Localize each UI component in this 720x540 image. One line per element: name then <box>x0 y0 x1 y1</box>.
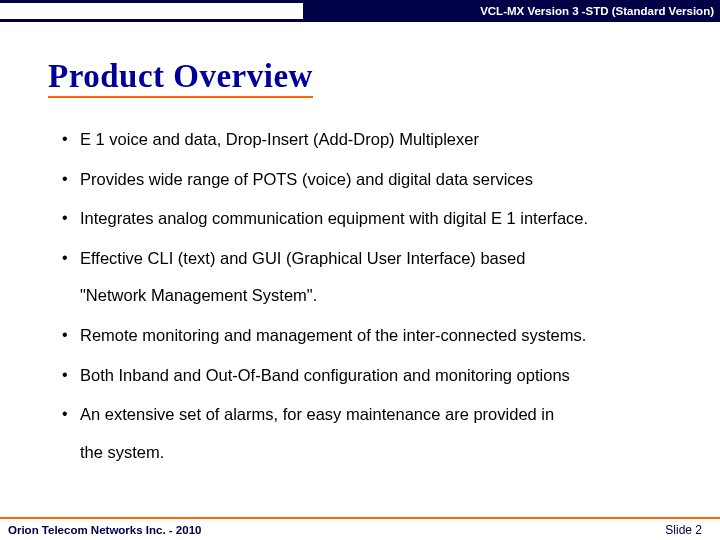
list-item: Both Inband and Out-Of-Band configuratio… <box>60 356 675 396</box>
bullet-text: Integrates analog communication equipmen… <box>80 209 588 227</box>
bullet-text: An extensive set of alarms, for easy mai… <box>80 405 554 423</box>
list-item: Provides wide range of POTS (voice) and … <box>60 160 675 200</box>
list-item: E 1 voice and data, Drop-Insert (Add-Dro… <box>60 120 675 160</box>
bullet-text: Remote monitoring and management of the … <box>80 326 586 344</box>
bullet-cont: "Network Management System". <box>80 276 675 316</box>
list-item: Effective CLI (text) and GUI (Graphical … <box>60 239 675 316</box>
slide-header: VCL-MX Version 3 -STD (Standard Version) <box>0 0 720 22</box>
footer-slide-number: Slide 2 <box>665 523 702 537</box>
header-version-bar: VCL-MX Version 3 -STD (Standard Version) <box>303 0 720 22</box>
bullet-text: Both Inband and Out-Of-Band configuratio… <box>80 366 570 384</box>
slide-footer: Orion Telecom Networks Inc. - 2010 Slide… <box>0 517 720 540</box>
bullet-cont: the system. <box>80 433 675 473</box>
list-item: Integrates analog communication equipmen… <box>60 199 675 239</box>
bullet-text: E 1 voice and data, Drop-Insert (Add-Dro… <box>80 130 479 148</box>
bullet-text: Provides wide range of POTS (voice) and … <box>80 170 533 188</box>
bullet-text: Effective CLI (text) and GUI (Graphical … <box>80 249 525 267</box>
bullet-list: E 1 voice and data, Drop-Insert (Add-Dro… <box>60 120 675 472</box>
slide-title: Product Overview <box>48 58 313 98</box>
list-item: An extensive set of alarms, for easy mai… <box>60 395 675 472</box>
header-rule-left <box>0 0 303 22</box>
version-text: VCL-MX Version 3 -STD (Standard Version) <box>480 5 714 17</box>
list-item: Remote monitoring and management of the … <box>60 316 675 356</box>
footer-company: Orion Telecom Networks Inc. - 2010 <box>8 524 201 536</box>
